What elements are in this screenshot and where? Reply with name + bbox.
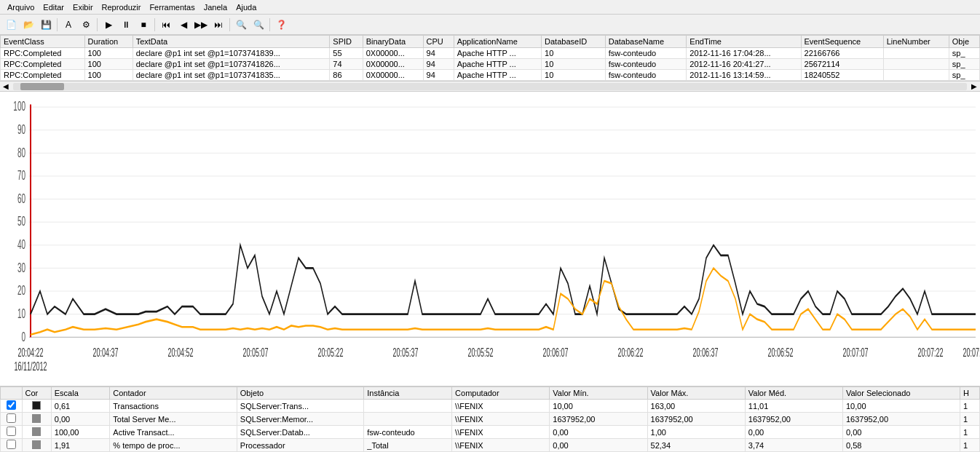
counter-cell: 11,01 (745, 400, 842, 413)
counter-cell: 1637952,00 (550, 413, 647, 426)
table-cell: RPC:Completed (1, 48, 85, 59)
menu-ferramentas[interactable]: Ferramentas (145, 1, 199, 13)
col-spid: SPID (330, 36, 363, 48)
col-appname: ApplicationName (454, 36, 541, 48)
table-cell (883, 48, 949, 59)
font-btn[interactable]: A (60, 17, 76, 33)
svg-text:0: 0 (21, 330, 25, 344)
col-lineno: LineNumber (883, 36, 949, 48)
svg-text:90: 90 (17, 122, 25, 137)
col-objeto: Objeto (237, 387, 364, 400)
col-contador: Contador (110, 387, 237, 400)
table-cell: 94 (423, 48, 454, 59)
counter-header-row: Cor Escala Contador Objeto Instância Com… (1, 387, 980, 400)
counter-table-section: Cor Escala Contador Objeto Instância Com… (0, 386, 980, 452)
pause-btn[interactable]: ⏸ (118, 17, 134, 33)
table-cell: 86 (330, 70, 363, 81)
svg-text:20:05:07: 20:05:07 (242, 346, 268, 359)
counter-color (22, 426, 51, 439)
table-cell: Apache HTTP ... (454, 70, 541, 81)
zoom-out-btn[interactable]: 🔍 (250, 17, 266, 33)
col-h: H (960, 387, 980, 400)
table-cell: fsw-conteudo (605, 70, 687, 81)
scroll-thumb[interactable] (20, 83, 64, 90)
svg-text:70: 70 (17, 168, 25, 183)
counter-row[interactable]: 0,61TransactionsSQLServer:Trans...\\FENI… (1, 400, 980, 413)
counter-checkbox[interactable] (1, 439, 23, 452)
help-btn[interactable]: ❓ (273, 17, 289, 33)
table-cell: RPC:Completed (1, 70, 85, 81)
col-valsel: Valor Selecionado (842, 387, 960, 400)
zoom-in-btn[interactable]: 🔍 (233, 17, 249, 33)
counter-cell: 0,00 (842, 426, 960, 439)
table-cell: RPC:Completed (1, 59, 85, 70)
main-area: EventClass Duration TextData SPID Binary… (0, 35, 980, 452)
counter-cell: 3,74 (745, 439, 842, 452)
table-cell: sp_ (949, 48, 979, 59)
table-row[interactable]: RPC:Completed100declare @p1 int set @p1=… (1, 48, 980, 59)
counter-cell: fsw-conteudo (364, 426, 452, 439)
svg-text:20:05:37: 20:05:37 (392, 346, 418, 359)
svg-text:20:05:22: 20:05:22 (317, 346, 343, 359)
table-cell: Apache HTTP ... (454, 48, 541, 59)
col-valmin: Valor Mín. (550, 387, 647, 400)
counter-color (22, 413, 51, 426)
col-endtime: EndTime (687, 36, 801, 48)
forward-btn[interactable]: ▶▶ (193, 17, 209, 33)
counter-checkbox[interactable] (1, 426, 23, 439)
counter-cell: SQLServer:Datab... (237, 426, 364, 439)
counter-checkbox[interactable] (1, 400, 23, 413)
table-cell: 2012-11-16 20:41:27... (687, 59, 801, 70)
counter-cell: Active Transact... (110, 426, 237, 439)
play-btn[interactable]: ▶ (100, 17, 116, 33)
svg-text:20: 20 (17, 283, 25, 298)
table-header-row: EventClass Duration TextData SPID Binary… (1, 36, 980, 48)
new-btn[interactable]: 📄 (3, 17, 19, 33)
counter-checkbox[interactable] (1, 413, 23, 426)
counter-cell: Processador (237, 439, 364, 452)
horizontal-scrollbar[interactable]: ◀ ▶ (0, 81, 980, 91)
menu-ajuda[interactable]: Ajuda (232, 1, 261, 13)
menu-exibir[interactable]: Exibir (68, 1, 98, 13)
save-btn[interactable]: 💾 (38, 17, 54, 33)
svg-text:20:07:07: 20:07:07 (842, 346, 868, 359)
counter-cell: \\FENIX (452, 400, 550, 413)
counter-cell: 1 (960, 439, 980, 452)
menu-reproduzir[interactable]: Reproduzir (98, 1, 146, 13)
skip-fwd-btn[interactable]: ⏭ (210, 17, 226, 33)
col-cpu: CPU (423, 36, 454, 48)
sep3 (154, 18, 155, 31)
back-btn[interactable]: ◀ (175, 17, 191, 33)
svg-text:20:06:22: 20:06:22 (617, 346, 643, 359)
props-btn[interactable]: ⚙ (78, 17, 94, 33)
svg-text:20:07:22: 20:07:22 (917, 346, 943, 359)
counter-row[interactable]: 100,00Active Transact...SQLServer:Datab.… (1, 426, 980, 439)
counter-row[interactable]: 0,00Total Server Me...SQLServer:Memor...… (1, 413, 980, 426)
sep5 (269, 18, 270, 31)
table-cell: 10 (542, 59, 606, 70)
scroll-left-arrow[interactable]: ◀ (0, 82, 12, 90)
stop-btn[interactable]: ■ (135, 17, 151, 33)
svg-text:20:04:22: 20:04:22 (17, 346, 43, 359)
scroll-right-arrow[interactable]: ▶ (968, 82, 980, 90)
counter-row[interactable]: 1,91% tempo de proc...Processador_Total\… (1, 439, 980, 452)
counter-cell: SQLServer:Memor... (237, 413, 364, 426)
col-cor: Cor (22, 387, 51, 400)
counter-color (22, 439, 51, 452)
menu-editar[interactable]: Editar (39, 1, 68, 13)
menu-arquivo[interactable]: Arquivo (3, 1, 39, 13)
table-cell: 100 (84, 59, 133, 70)
menu-janela[interactable]: Janela (199, 1, 232, 13)
counter-cell: 1,00 (647, 426, 745, 439)
skip-back-btn[interactable]: ⏮ (158, 17, 174, 33)
table-cell: sp_ (949, 70, 979, 81)
scroll-track[interactable] (13, 83, 967, 90)
table-row[interactable]: RPC:Completed100declare @p1 int set @p1=… (1, 70, 980, 81)
svg-rect-0 (0, 92, 980, 386)
table-row[interactable]: RPC:Completed100declare @p1 int set @p1=… (1, 59, 980, 70)
counter-cell: 1,91 (51, 439, 110, 452)
open-btn[interactable]: 📂 (20, 17, 36, 33)
counter-cell: 52,34 (647, 439, 745, 452)
counter-cell: SQLServer:Trans... (237, 400, 364, 413)
svg-text:30: 30 (17, 261, 25, 275)
